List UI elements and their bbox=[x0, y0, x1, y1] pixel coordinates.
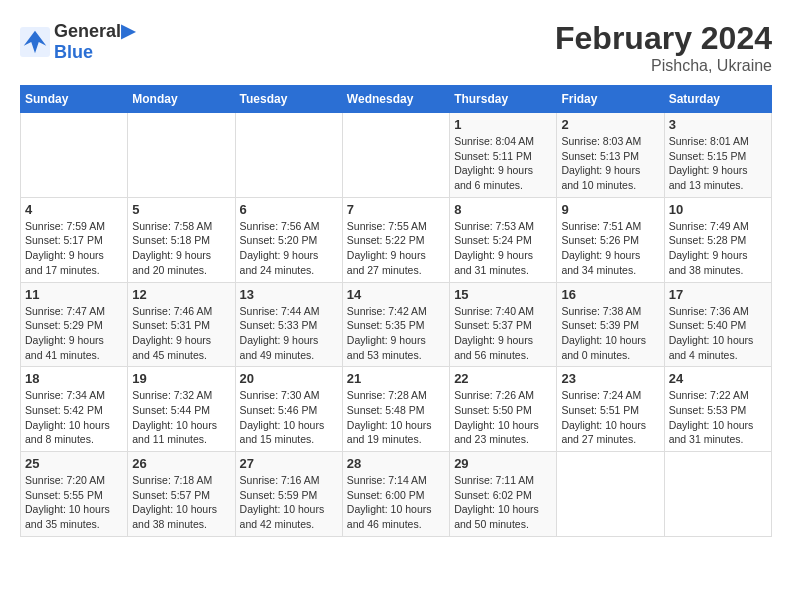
day-number: 3 bbox=[669, 117, 767, 132]
calendar-cell: 15Sunrise: 7:40 AM Sunset: 5:37 PM Dayli… bbox=[450, 282, 557, 367]
calendar-cell: 24Sunrise: 7:22 AM Sunset: 5:53 PM Dayli… bbox=[664, 367, 771, 452]
week-row-3: 11Sunrise: 7:47 AM Sunset: 5:29 PM Dayli… bbox=[21, 282, 772, 367]
day-info: Sunrise: 7:28 AM Sunset: 5:48 PM Dayligh… bbox=[347, 388, 445, 447]
column-header-wednesday: Wednesday bbox=[342, 86, 449, 113]
day-info: Sunrise: 8:03 AM Sunset: 5:13 PM Dayligh… bbox=[561, 134, 659, 193]
day-number: 22 bbox=[454, 371, 552, 386]
day-info: Sunrise: 7:18 AM Sunset: 5:57 PM Dayligh… bbox=[132, 473, 230, 532]
calendar-cell: 18Sunrise: 7:34 AM Sunset: 5:42 PM Dayli… bbox=[21, 367, 128, 452]
day-number: 2 bbox=[561, 117, 659, 132]
week-row-1: 1Sunrise: 8:04 AM Sunset: 5:11 PM Daylig… bbox=[21, 113, 772, 198]
day-info: Sunrise: 7:47 AM Sunset: 5:29 PM Dayligh… bbox=[25, 304, 123, 363]
calendar-cell: 11Sunrise: 7:47 AM Sunset: 5:29 PM Dayli… bbox=[21, 282, 128, 367]
calendar-cell: 21Sunrise: 7:28 AM Sunset: 5:48 PM Dayli… bbox=[342, 367, 449, 452]
day-number: 1 bbox=[454, 117, 552, 132]
calendar-cell bbox=[664, 452, 771, 537]
logo: General▶ Blue bbox=[20, 20, 135, 63]
day-info: Sunrise: 7:11 AM Sunset: 6:02 PM Dayligh… bbox=[454, 473, 552, 532]
main-title: February 2024 bbox=[555, 20, 772, 57]
day-info: Sunrise: 7:55 AM Sunset: 5:22 PM Dayligh… bbox=[347, 219, 445, 278]
calendar-cell bbox=[235, 113, 342, 198]
day-number: 18 bbox=[25, 371, 123, 386]
calendar-cell: 22Sunrise: 7:26 AM Sunset: 5:50 PM Dayli… bbox=[450, 367, 557, 452]
day-info: Sunrise: 7:40 AM Sunset: 5:37 PM Dayligh… bbox=[454, 304, 552, 363]
day-number: 6 bbox=[240, 202, 338, 217]
day-number: 12 bbox=[132, 287, 230, 302]
calendar-cell: 19Sunrise: 7:32 AM Sunset: 5:44 PM Dayli… bbox=[128, 367, 235, 452]
day-info: Sunrise: 7:46 AM Sunset: 5:31 PM Dayligh… bbox=[132, 304, 230, 363]
week-row-5: 25Sunrise: 7:20 AM Sunset: 5:55 PM Dayli… bbox=[21, 452, 772, 537]
calendar-cell: 10Sunrise: 7:49 AM Sunset: 5:28 PM Dayli… bbox=[664, 197, 771, 282]
calendar-cell: 17Sunrise: 7:36 AM Sunset: 5:40 PM Dayli… bbox=[664, 282, 771, 367]
calendar-cell: 20Sunrise: 7:30 AM Sunset: 5:46 PM Dayli… bbox=[235, 367, 342, 452]
subtitle: Pishcha, Ukraine bbox=[555, 57, 772, 75]
day-number: 16 bbox=[561, 287, 659, 302]
day-number: 15 bbox=[454, 287, 552, 302]
calendar-cell: 26Sunrise: 7:18 AM Sunset: 5:57 PM Dayli… bbox=[128, 452, 235, 537]
calendar-cell: 7Sunrise: 7:55 AM Sunset: 5:22 PM Daylig… bbox=[342, 197, 449, 282]
day-info: Sunrise: 7:32 AM Sunset: 5:44 PM Dayligh… bbox=[132, 388, 230, 447]
day-info: Sunrise: 7:16 AM Sunset: 5:59 PM Dayligh… bbox=[240, 473, 338, 532]
day-number: 23 bbox=[561, 371, 659, 386]
day-info: Sunrise: 7:44 AM Sunset: 5:33 PM Dayligh… bbox=[240, 304, 338, 363]
day-info: Sunrise: 7:59 AM Sunset: 5:17 PM Dayligh… bbox=[25, 219, 123, 278]
day-number: 9 bbox=[561, 202, 659, 217]
column-header-sunday: Sunday bbox=[21, 86, 128, 113]
calendar-cell: 27Sunrise: 7:16 AM Sunset: 5:59 PM Dayli… bbox=[235, 452, 342, 537]
column-header-friday: Friday bbox=[557, 86, 664, 113]
day-number: 7 bbox=[347, 202, 445, 217]
day-info: Sunrise: 7:36 AM Sunset: 5:40 PM Dayligh… bbox=[669, 304, 767, 363]
calendar-cell: 28Sunrise: 7:14 AM Sunset: 6:00 PM Dayli… bbox=[342, 452, 449, 537]
calendar-cell: 29Sunrise: 7:11 AM Sunset: 6:02 PM Dayli… bbox=[450, 452, 557, 537]
week-row-4: 18Sunrise: 7:34 AM Sunset: 5:42 PM Dayli… bbox=[21, 367, 772, 452]
day-info: Sunrise: 8:01 AM Sunset: 5:15 PM Dayligh… bbox=[669, 134, 767, 193]
day-number: 4 bbox=[25, 202, 123, 217]
day-number: 11 bbox=[25, 287, 123, 302]
day-info: Sunrise: 7:42 AM Sunset: 5:35 PM Dayligh… bbox=[347, 304, 445, 363]
calendar-cell: 16Sunrise: 7:38 AM Sunset: 5:39 PM Dayli… bbox=[557, 282, 664, 367]
day-number: 21 bbox=[347, 371, 445, 386]
calendar-cell: 5Sunrise: 7:58 AM Sunset: 5:18 PM Daylig… bbox=[128, 197, 235, 282]
calendar-cell: 1Sunrise: 8:04 AM Sunset: 5:11 PM Daylig… bbox=[450, 113, 557, 198]
day-info: Sunrise: 7:58 AM Sunset: 5:18 PM Dayligh… bbox=[132, 219, 230, 278]
calendar-cell: 13Sunrise: 7:44 AM Sunset: 5:33 PM Dayli… bbox=[235, 282, 342, 367]
day-number: 10 bbox=[669, 202, 767, 217]
day-info: Sunrise: 7:38 AM Sunset: 5:39 PM Dayligh… bbox=[561, 304, 659, 363]
day-number: 5 bbox=[132, 202, 230, 217]
day-info: Sunrise: 7:26 AM Sunset: 5:50 PM Dayligh… bbox=[454, 388, 552, 447]
day-number: 14 bbox=[347, 287, 445, 302]
column-header-monday: Monday bbox=[128, 86, 235, 113]
day-number: 19 bbox=[132, 371, 230, 386]
day-number: 29 bbox=[454, 456, 552, 471]
day-info: Sunrise: 7:30 AM Sunset: 5:46 PM Dayligh… bbox=[240, 388, 338, 447]
day-info: Sunrise: 8:04 AM Sunset: 5:11 PM Dayligh… bbox=[454, 134, 552, 193]
calendar-body: 1Sunrise: 8:04 AM Sunset: 5:11 PM Daylig… bbox=[21, 113, 772, 537]
calendar-header: SundayMondayTuesdayWednesdayThursdayFrid… bbox=[21, 86, 772, 113]
logo-text: General▶ Blue bbox=[54, 20, 135, 63]
day-number: 20 bbox=[240, 371, 338, 386]
day-number: 25 bbox=[25, 456, 123, 471]
day-info: Sunrise: 7:14 AM Sunset: 6:00 PM Dayligh… bbox=[347, 473, 445, 532]
week-row-2: 4Sunrise: 7:59 AM Sunset: 5:17 PM Daylig… bbox=[21, 197, 772, 282]
title-block: February 2024 Pishcha, Ukraine bbox=[555, 20, 772, 75]
day-info: Sunrise: 7:53 AM Sunset: 5:24 PM Dayligh… bbox=[454, 219, 552, 278]
column-header-tuesday: Tuesday bbox=[235, 86, 342, 113]
calendar-cell: 23Sunrise: 7:24 AM Sunset: 5:51 PM Dayli… bbox=[557, 367, 664, 452]
calendar-cell: 2Sunrise: 8:03 AM Sunset: 5:13 PM Daylig… bbox=[557, 113, 664, 198]
calendar-cell: 9Sunrise: 7:51 AM Sunset: 5:26 PM Daylig… bbox=[557, 197, 664, 282]
day-info: Sunrise: 7:22 AM Sunset: 5:53 PM Dayligh… bbox=[669, 388, 767, 447]
calendar-cell: 25Sunrise: 7:20 AM Sunset: 5:55 PM Dayli… bbox=[21, 452, 128, 537]
day-info: Sunrise: 7:34 AM Sunset: 5:42 PM Dayligh… bbox=[25, 388, 123, 447]
calendar-cell: 8Sunrise: 7:53 AM Sunset: 5:24 PM Daylig… bbox=[450, 197, 557, 282]
day-number: 27 bbox=[240, 456, 338, 471]
column-header-saturday: Saturday bbox=[664, 86, 771, 113]
day-info: Sunrise: 7:24 AM Sunset: 5:51 PM Dayligh… bbox=[561, 388, 659, 447]
day-info: Sunrise: 7:49 AM Sunset: 5:28 PM Dayligh… bbox=[669, 219, 767, 278]
calendar-cell: 6Sunrise: 7:56 AM Sunset: 5:20 PM Daylig… bbox=[235, 197, 342, 282]
logo-icon bbox=[20, 27, 50, 57]
day-number: 28 bbox=[347, 456, 445, 471]
day-info: Sunrise: 7:51 AM Sunset: 5:26 PM Dayligh… bbox=[561, 219, 659, 278]
calendar-table: SundayMondayTuesdayWednesdayThursdayFrid… bbox=[20, 85, 772, 537]
calendar-cell bbox=[557, 452, 664, 537]
calendar-cell bbox=[342, 113, 449, 198]
